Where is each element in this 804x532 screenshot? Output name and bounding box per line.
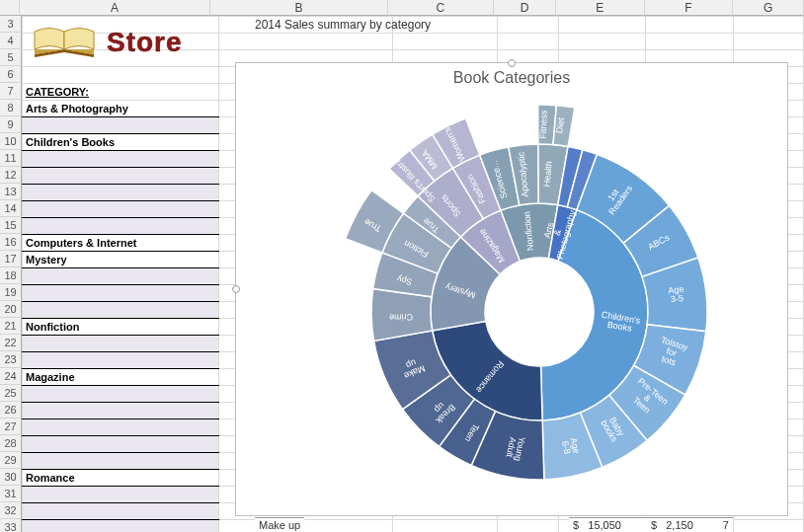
row-header[interactable]: 17: [0, 251, 22, 267]
cell[interactable]: [23, 336, 219, 352]
cell[interactable]: [23, 185, 219, 201]
row-header[interactable]: 11: [0, 150, 22, 167]
cell[interactable]: [558, 34, 646, 50]
row-header[interactable]: 15: [0, 217, 22, 234]
svg-text:Diet: Diet: [554, 116, 566, 134]
cell[interactable]: [23, 403, 219, 419]
row-header[interactable]: 19: [0, 284, 22, 301]
col-header[interactable]: E: [556, 0, 645, 16]
store-label: Store: [107, 27, 183, 58]
cell[interactable]: [23, 117, 219, 134]
store-logo: Store: [30, 20, 183, 64]
cell[interactable]: [497, 17, 558, 34]
row-header[interactable]: 3: [0, 16, 22, 33]
cell[interactable]: [23, 168, 219, 185]
row-header[interactable]: 32: [0, 502, 22, 519]
svg-text:Age3-5: Age3-5: [668, 284, 685, 305]
resize-handle[interactable]: [508, 59, 516, 67]
cell[interactable]: [646, 34, 734, 50]
cell[interactable]: [23, 302, 219, 319]
row-header[interactable]: 4: [0, 33, 22, 49]
row-header[interactable]: 23: [0, 351, 22, 368]
col-header[interactable]: F: [645, 0, 734, 16]
row-header[interactable]: 7: [0, 83, 22, 100]
cell[interactable]: [23, 285, 219, 302]
row-header[interactable]: 10: [0, 133, 22, 150]
cell[interactable]: [23, 352, 219, 369]
cell[interactable]: [558, 17, 646, 34]
cell[interactable]: [733, 17, 803, 34]
cell[interactable]: [733, 34, 803, 50]
col-header[interactable]: C: [388, 0, 495, 16]
row-header[interactable]: 16: [0, 234, 22, 251]
row-header[interactable]: 30: [0, 469, 22, 486]
resize-handle[interactable]: [232, 285, 240, 293]
row-header[interactable]: 25: [0, 385, 22, 402]
chart-title[interactable]: Book Categories: [236, 69, 787, 87]
row-header[interactable]: 5: [0, 49, 22, 66]
cell[interactable]: Romance: [23, 470, 219, 487]
row-header[interactable]: 22: [0, 335, 22, 351]
cell[interactable]: [23, 503, 219, 520]
row-header[interactable]: 18: [0, 267, 22, 284]
cell[interactable]: Children's Books: [23, 134, 219, 151]
cell[interactable]: Magazine: [23, 369, 219, 386]
cell[interactable]: [23, 487, 219, 503]
row-header[interactable]: 8: [0, 100, 22, 116]
row-header[interactable]: 6: [0, 66, 22, 83]
row-header[interactable]: 9: [0, 116, 22, 133]
svg-text:Fitness: Fitness: [538, 110, 549, 139]
row-header[interactable]: 21: [0, 318, 22, 335]
col-header[interactable]: B: [210, 0, 387, 16]
cell[interactable]: [23, 453, 219, 470]
cell[interactable]: [218, 34, 392, 50]
col-header[interactable]: G: [733, 0, 804, 16]
cell[interactable]: [392, 34, 497, 50]
bottom-cell-peek: Make up: [255, 517, 304, 532]
row-header[interactable]: 26: [0, 402, 22, 418]
cell[interactable]: [23, 386, 219, 403]
chart-object[interactable]: Book Categories Children'sBooks1stReader…: [235, 62, 788, 516]
row-header[interactable]: 28: [0, 435, 22, 452]
cell[interactable]: Computers & Internet: [23, 235, 219, 252]
cell[interactable]: [23, 67, 219, 84]
row-header[interactable]: 29: [0, 452, 22, 469]
sunburst-chart[interactable]: Children'sBooks1stReadersABCsAge3-5Tolst…: [302, 95, 776, 529]
page-subtitle: 2014 Sales summary by category: [255, 18, 431, 32]
chart-center: [485, 258, 594, 366]
cell[interactable]: Arts & Photography: [23, 101, 219, 117]
cell[interactable]: Nonfiction: [23, 319, 219, 336]
row-headers: 3456789101112131415161718192021222324252…: [0, 16, 22, 532]
cell[interactable]: [23, 419, 219, 436]
bottom-values-peek: $ 15,050 $ 2,150 7: [569, 517, 733, 532]
row-header[interactable]: 33: [0, 519, 22, 532]
cell[interactable]: [23, 436, 219, 453]
row-header[interactable]: 14: [0, 200, 22, 217]
row-header[interactable]: 12: [0, 167, 22, 184]
cell[interactable]: [646, 17, 734, 34]
col-header[interactable]: D: [494, 0, 556, 16]
cell[interactable]: [23, 520, 219, 533]
row-header[interactable]: 20: [0, 301, 22, 318]
cell[interactable]: Mystery: [23, 252, 219, 268]
col-header[interactable]: A: [20, 0, 211, 16]
cell[interactable]: [23, 268, 219, 285]
row-header[interactable]: 24: [0, 368, 22, 385]
row-header[interactable]: 13: [0, 184, 22, 200]
cell[interactable]: [23, 218, 219, 235]
book-icon: [30, 20, 99, 64]
corner-cell: [0, 0, 20, 16]
cell[interactable]: [23, 201, 219, 218]
row-header[interactable]: 27: [0, 418, 22, 435]
cell[interactable]: [23, 151, 219, 168]
cell[interactable]: CATEGORY:: [23, 84, 219, 101]
column-headers: A B C D E F G: [0, 0, 804, 16]
svg-text:Crime: Crime: [389, 312, 413, 322]
row-header[interactable]: 31: [0, 486, 22, 502]
svg-text:Health: Health: [541, 161, 553, 188]
cell[interactable]: [497, 34, 558, 50]
